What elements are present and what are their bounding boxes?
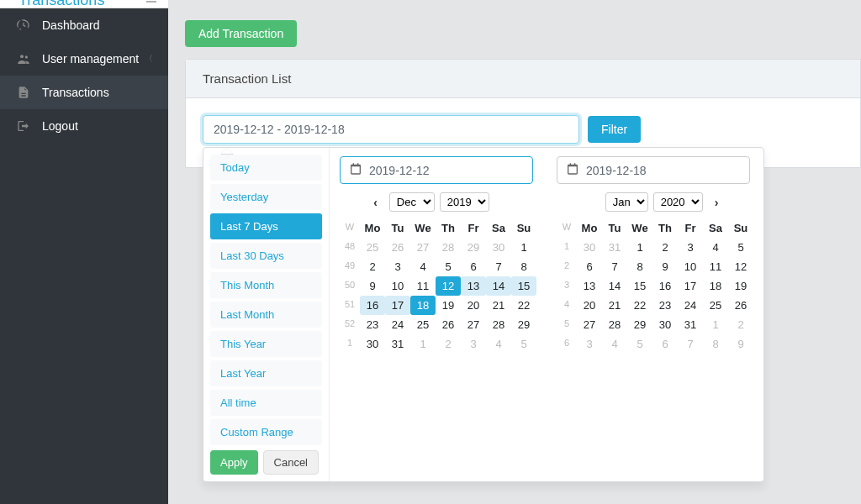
- calendar-day[interactable]: 23: [360, 315, 385, 334]
- calendar-day[interactable]: 1: [410, 334, 436, 354]
- calendar-day[interactable]: 18: [410, 296, 436, 315]
- calendar-day[interactable]: 31: [385, 334, 410, 354]
- calendar-day[interactable]: 9: [652, 257, 678, 276]
- calendar-day[interactable]: 24: [385, 315, 410, 334]
- range-last-month[interactable]: Last Month: [210, 302, 322, 328]
- next-month-icon[interactable]: ›: [708, 194, 726, 211]
- month-select-right[interactable]: Jan: [605, 192, 648, 212]
- sidebar-item-transactions[interactable]: Transactions: [0, 76, 168, 109]
- calendar-day[interactable]: 28: [486, 315, 511, 334]
- calendar-day[interactable]: 9: [360, 276, 385, 296]
- range-all-time[interactable]: All time: [210, 390, 322, 416]
- calendar-day[interactable]: 5: [728, 238, 753, 257]
- calendar-day[interactable]: 24: [678, 296, 703, 315]
- range-yesterday[interactable]: Yesterday: [210, 184, 322, 210]
- filter-button[interactable]: Filter: [588, 116, 641, 143]
- calendar-day[interactable]: 3: [461, 334, 486, 354]
- range-this-month[interactable]: This Month: [210, 272, 322, 298]
- calendar-day[interactable]: 25: [360, 238, 385, 257]
- calendar-day[interactable]: 13: [577, 276, 602, 296]
- calendar-day[interactable]: 22: [511, 296, 536, 315]
- calendar-day[interactable]: 27: [410, 238, 436, 257]
- calendar-day[interactable]: 6: [652, 334, 678, 354]
- year-select-left[interactable]: 2019: [440, 192, 489, 212]
- calendar-day[interactable]: 14: [486, 276, 511, 296]
- calendar-day[interactable]: 17: [385, 296, 410, 315]
- month-select-left[interactable]: Dec: [389, 192, 435, 212]
- calendar-day[interactable]: 10: [385, 276, 410, 296]
- calendar-day[interactable]: 9: [728, 334, 753, 354]
- calendar-day[interactable]: 8: [627, 257, 652, 276]
- apply-button[interactable]: Apply: [210, 450, 258, 475]
- calendar-day[interactable]: 4: [703, 238, 728, 257]
- calendar-day[interactable]: 25: [410, 315, 436, 334]
- hamburger-icon[interactable]: [145, 0, 158, 9]
- calendar-day[interactable]: 4: [410, 257, 436, 276]
- calendar-day[interactable]: 11: [410, 276, 436, 296]
- calendar-day[interactable]: 17: [678, 276, 703, 296]
- calendar-day[interactable]: 13: [461, 276, 486, 296]
- calendar-day[interactable]: 2: [652, 238, 678, 257]
- calendar-day[interactable]: 18: [703, 276, 728, 296]
- calendar-day[interactable]: 30: [652, 315, 678, 334]
- sidebar-item-logout[interactable]: Logout: [0, 109, 168, 143]
- calendar-day[interactable]: 5: [436, 257, 461, 276]
- calendar-day[interactable]: 7: [486, 257, 511, 276]
- calendar-day[interactable]: 8: [703, 334, 728, 354]
- calendar-day[interactable]: 26: [436, 315, 461, 334]
- calendar-day[interactable]: 19: [436, 296, 461, 315]
- calendar-day[interactable]: 29: [461, 238, 486, 257]
- calendar-day[interactable]: 3: [385, 257, 410, 276]
- calendar-day[interactable]: 11: [703, 257, 728, 276]
- calendar-day[interactable]: 22: [627, 296, 652, 315]
- sidebar-item-dashboard[interactable]: Dashboard: [0, 8, 168, 42]
- calendar-day[interactable]: 30: [577, 238, 602, 257]
- calendar-day[interactable]: 29: [627, 315, 652, 334]
- calendar-right-input[interactable]: [586, 164, 741, 177]
- calendar-day[interactable]: 31: [602, 238, 627, 257]
- calendar-day[interactable]: 30: [360, 334, 385, 354]
- calendar-day[interactable]: 2: [728, 315, 753, 334]
- calendar-day[interactable]: 30: [486, 238, 511, 257]
- calendar-day[interactable]: 16: [360, 296, 385, 315]
- add-transaction-button[interactable]: Add Transaction: [185, 20, 297, 47]
- range-custom-range[interactable]: Custom Range: [210, 419, 322, 445]
- calendar-day[interactable]: 21: [602, 296, 627, 315]
- calendar-day[interactable]: 1: [511, 238, 536, 257]
- calendar-day[interactable]: 14: [602, 276, 627, 296]
- calendar-day[interactable]: 26: [385, 238, 410, 257]
- range-last-year[interactable]: Last Year: [210, 360, 322, 386]
- calendar-day[interactable]: 7: [602, 257, 627, 276]
- calendar-day[interactable]: 6: [577, 257, 602, 276]
- calendar-day[interactable]: 8: [511, 257, 536, 276]
- calendar-day[interactable]: 1: [703, 315, 728, 334]
- calendar-day[interactable]: 16: [652, 276, 678, 296]
- calendar-day[interactable]: 2: [360, 257, 385, 276]
- calendar-day[interactable]: 23: [652, 296, 678, 315]
- prev-month-icon[interactable]: ‹: [367, 194, 384, 211]
- range-today[interactable]: Today: [210, 155, 322, 181]
- calendar-day[interactable]: 10: [678, 257, 703, 276]
- range-this-year[interactable]: This Year: [210, 331, 322, 357]
- calendar-day[interactable]: 3: [577, 334, 602, 354]
- calendar-day[interactable]: 28: [436, 238, 461, 257]
- range-last-30-days[interactable]: Last 30 Days: [210, 243, 322, 269]
- calendar-day[interactable]: 6: [461, 257, 486, 276]
- calendar-left-input[interactable]: [369, 164, 524, 177]
- year-select-right[interactable]: 2020: [653, 192, 703, 212]
- calendar-day[interactable]: 2: [436, 334, 461, 354]
- calendar-day[interactable]: 12: [436, 276, 461, 296]
- date-range-input[interactable]: [203, 115, 579, 144]
- calendar-day[interactable]: 12: [728, 257, 753, 276]
- calendar-day[interactable]: 31: [678, 315, 703, 334]
- sidebar-item-user-management[interactable]: User management〈: [0, 42, 168, 76]
- calendar-day[interactable]: 7: [678, 334, 703, 354]
- calendar-day[interactable]: 3: [678, 238, 703, 257]
- calendar-day[interactable]: 5: [627, 334, 652, 354]
- calendar-day[interactable]: 27: [577, 315, 602, 334]
- calendar-day[interactable]: 25: [703, 296, 728, 315]
- range-last-7-days[interactable]: Last 7 Days: [210, 213, 322, 239]
- calendar-day[interactable]: 19: [728, 276, 753, 296]
- calendar-day[interactable]: 20: [577, 296, 602, 315]
- calendar-day[interactable]: 21: [486, 296, 511, 315]
